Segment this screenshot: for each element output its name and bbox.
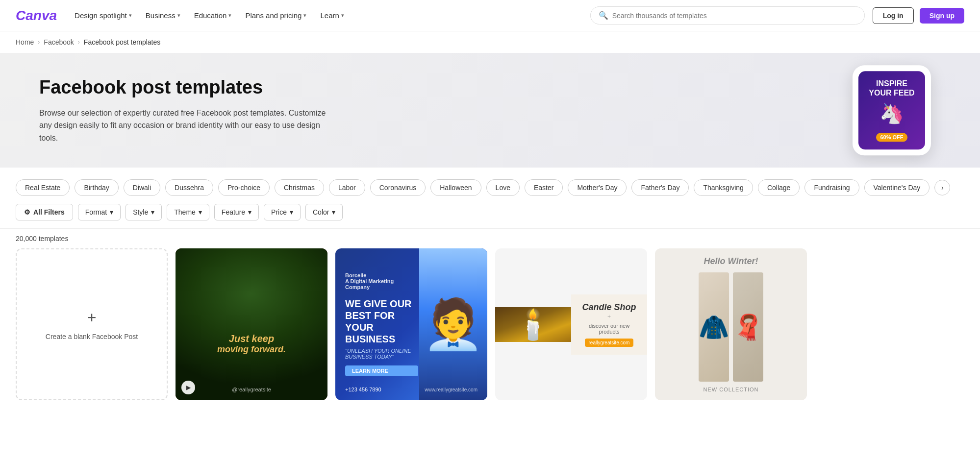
chevron-icon: ▾: [303, 12, 306, 19]
chevron-down-icon: ▾: [151, 208, 154, 216]
business-url: www.reallygreatsite.com: [425, 387, 477, 392]
tag-fathers-day[interactable]: Father's Day: [631, 179, 689, 196]
hero-description: Browse our selection of expertly curated…: [39, 107, 333, 145]
tags-row: Real Estate Birthday Diwali Dussehra Pro…: [0, 168, 980, 196]
breadcrumb: Home › Facebook › Facebook post template…: [0, 31, 980, 53]
business-person: 🧑‍💼: [419, 248, 488, 400]
chevron-down-icon: ▾: [332, 208, 335, 216]
search-input[interactable]: [612, 12, 856, 20]
all-filters-button[interactable]: ⚙ All Filters: [16, 204, 73, 220]
signup-button[interactable]: Sign up: [920, 8, 964, 24]
candle-title: Candle Shop: [582, 302, 636, 313]
blank-card-label: Create a blank Facebook Post: [46, 333, 138, 340]
filter-feature[interactable]: Feature ▾: [214, 204, 259, 220]
tag-pro-choice[interactable]: Pro-choice: [218, 179, 270, 196]
candle-subtitle: discover our new products: [579, 323, 639, 335]
hero-section: Facebook post templates Browse our selec…: [0, 53, 980, 168]
blank-template-card[interactable]: + Create a blank Facebook Post: [16, 248, 168, 400]
nav-links: Design spotlight ▾ Business ▾ Education …: [69, 7, 582, 24]
nav-design-spotlight[interactable]: Design spotlight ▾: [69, 7, 138, 24]
tag-thanksgiving[interactable]: Thanksgiving: [694, 179, 753, 196]
candle-photo: 🕯️: [495, 307, 571, 342]
tag-birthday[interactable]: Birthday: [75, 179, 118, 196]
candle-badge: reallygreatsite.com: [585, 339, 634, 347]
business-headline: WE GIVE OUR BEST FOR YOUR BUSINESS: [345, 298, 418, 345]
business-footer: +123 456 7890 www.reallygreatsite.com: [335, 387, 487, 392]
filter-icon: ⚙: [24, 208, 30, 216]
winter-photo-2: 🧣: [733, 272, 763, 382]
filter-color[interactable]: Color ▾: [305, 204, 343, 220]
canva-logo[interactable]: Canva: [16, 8, 57, 24]
business-phone: +123 456 7890: [345, 387, 381, 392]
tag-christmas[interactable]: Christmas: [275, 179, 324, 196]
forest-line1: Just keep: [183, 333, 320, 344]
chevron-down-icon: ▾: [290, 208, 293, 216]
hero-image: INSPIRE YOUR FEED 🦄 60% OFF: [853, 66, 941, 155]
template-card-winter[interactable]: Hello Winter! 🧥 🧣 NEW COLLECTION: [655, 248, 807, 400]
tag-real-estate[interactable]: Real Estate: [16, 179, 70, 196]
templates-grid: + Create a blank Facebook Post Just keep…: [0, 248, 980, 420]
chevron-icon: ▾: [129, 12, 132, 19]
plus-icon: +: [87, 309, 97, 327]
template-card-business[interactable]: Borcelle A Digital Marketing Company WE …: [335, 248, 487, 400]
search-icon: 🔍: [599, 11, 608, 20]
tag-coronavirus[interactable]: Coronavirus: [370, 179, 426, 196]
phone-screen-title: INSPIRE YOUR FEED: [866, 79, 917, 98]
filter-format[interactable]: Format ▾: [78, 204, 121, 220]
tag-fundraising[interactable]: Fundraising: [804, 179, 859, 196]
winter-cta: NEW COLLECTION: [703, 387, 758, 392]
candle-text: Candle Shop + discover our new products …: [571, 294, 647, 355]
tag-collage[interactable]: Collage: [758, 179, 800, 196]
tag-valentines-day[interactable]: Valentine's Day: [864, 179, 930, 196]
nav-business[interactable]: Business ▾: [140, 7, 186, 24]
business-subline: "UNLEASH YOUR ONLINE BUSINESS TODAY": [345, 348, 418, 360]
forest-line2: moving forward.: [183, 344, 320, 355]
forest-handle: @reallygreatsite: [232, 387, 271, 392]
tag-halloween[interactable]: Halloween: [430, 179, 481, 196]
tag-love[interactable]: Love: [486, 179, 520, 196]
filters-bar: ⚙ All Filters Format ▾ Style ▾ Theme ▾ F…: [0, 196, 980, 229]
tag-easter[interactable]: Easter: [525, 179, 563, 196]
nav-education[interactable]: Education ▾: [188, 7, 238, 24]
filter-style[interactable]: Style ▾: [126, 204, 162, 220]
navbar-actions: Log in Sign up: [873, 7, 964, 24]
chevron-down-icon: ▾: [248, 208, 251, 216]
nav-learn[interactable]: Learn ▾: [314, 7, 350, 24]
phone-mockup: INSPIRE YOUR FEED 🦄 60% OFF: [853, 66, 931, 155]
template-card-candle[interactable]: 🕯️ Candle Shop + discover our new produc…: [495, 248, 647, 400]
card-content: 🕯️ Candle Shop + discover our new produc…: [495, 248, 647, 400]
templates-count: 20,000 templates: [0, 229, 980, 248]
winter-photo-1: 🧥: [699, 272, 729, 382]
business-cta: LEARN MORE: [345, 365, 418, 376]
candle-plus: +: [607, 313, 611, 320]
filter-price[interactable]: Price ▾: [264, 204, 301, 220]
tag-diwali[interactable]: Diwali: [124, 179, 160, 196]
nav-plans-pricing[interactable]: Plans and pricing ▾: [239, 7, 312, 24]
login-button[interactable]: Log in: [873, 7, 914, 24]
template-card-forest[interactable]: Just keep moving forward. @reallygreatsi…: [176, 248, 327, 400]
breadcrumb-facebook[interactable]: Facebook: [44, 38, 74, 46]
tag-dussehra[interactable]: Dussehra: [165, 179, 213, 196]
navbar: Canva Design spotlight ▾ Business ▾ Educ…: [0, 0, 980, 31]
phone-screen: INSPIRE YOUR FEED 🦄 60% OFF: [858, 72, 925, 149]
filter-theme[interactable]: Theme ▾: [167, 204, 209, 220]
page-title: Facebook post templates: [39, 76, 333, 99]
chevron-down-icon: ▾: [199, 208, 202, 216]
tag-mothers-day[interactable]: Mother's Day: [568, 179, 627, 196]
card-content: Just keep moving forward. @reallygreatsi…: [176, 248, 327, 400]
tag-scroll-right[interactable]: ›: [934, 180, 950, 195]
chevron-icon: ▾: [228, 12, 231, 19]
search-bar[interactable]: 🔍: [590, 6, 865, 24]
breadcrumb-home[interactable]: Home: [16, 38, 34, 46]
breadcrumb-sep: ›: [38, 39, 40, 46]
winter-title: Hello Winter!: [704, 256, 758, 267]
card-content: Hello Winter! 🧥 🧣 NEW COLLECTION: [655, 248, 807, 400]
hero-text: Facebook post templates Browse our selec…: [39, 76, 333, 144]
card-forest-text: Just keep moving forward.: [183, 333, 320, 355]
card-content: Borcelle A Digital Marketing Company WE …: [335, 248, 487, 400]
breadcrumb-current: Facebook post templates: [84, 38, 160, 46]
tag-labor[interactable]: Labor: [329, 179, 365, 196]
business-logo: Borcelle A Digital Marketing Company: [345, 272, 418, 290]
chevron-icon: ▾: [341, 12, 344, 19]
chevron-icon: ▾: [177, 12, 180, 19]
